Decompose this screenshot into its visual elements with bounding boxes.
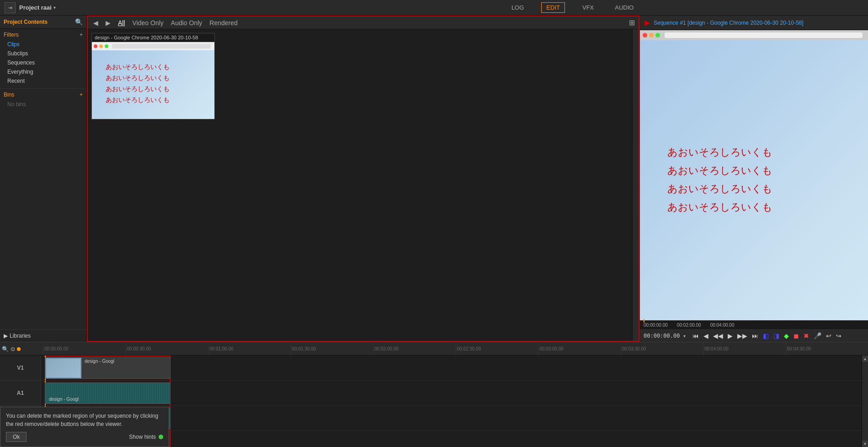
libraries-label: Libraries xyxy=(10,333,31,339)
seq-title: Sequence #1 [design - Google Chrome 2020… xyxy=(654,20,804,26)
hints-status-dot xyxy=(159,435,163,439)
ctrl-skip-start[interactable]: ⏮ xyxy=(691,332,700,340)
browser-panel: ◀ ▶ All Video Only Audio Only Rendered ⊞… xyxy=(87,16,639,342)
ctrl-back[interactable]: ◀◀ xyxy=(712,332,724,340)
hint-bar: You can delete the marked region of your… xyxy=(0,407,169,447)
browser-scrollbar[interactable] xyxy=(632,29,639,341)
jp-line-4: あおいそろしろいくも xyxy=(106,96,201,104)
ruler-mark-8: 00:04:00.00 xyxy=(703,343,786,355)
nav-back-button[interactable]: ◀ xyxy=(91,19,100,27)
timeline-ruler: 🔍 ⊙ 00:00:00.00 00:00:30.00 00:01:00.00 … xyxy=(0,343,868,355)
scroll-down-btn[interactable]: ▼ xyxy=(862,441,868,447)
filter-subclips[interactable]: Subclips xyxy=(4,49,83,58)
ctrl-play[interactable]: ▶ xyxy=(726,332,734,340)
ctrl-redo[interactable]: ↪ xyxy=(835,332,843,340)
ctrl-marker-in[interactable]: ◧ xyxy=(761,332,770,340)
nav-audio[interactable]: AUDIO xyxy=(611,2,637,13)
ruler-icons: 🔍 ⊙ xyxy=(2,346,21,352)
ctrl-fwd[interactable]: ▶▶ xyxy=(736,332,749,340)
ctrl-undo[interactable]: ↩ xyxy=(825,332,833,340)
libraries-title[interactable]: ▶ Libraries xyxy=(4,333,83,339)
nav-edit[interactable]: EDIT xyxy=(541,2,565,13)
ok-button[interactable]: Ok xyxy=(6,432,27,442)
add-bin-icon[interactable]: + xyxy=(80,92,83,98)
hint-text: You can delete the marked region of your… xyxy=(6,412,163,428)
seq-dropdown-icon[interactable]: ▾ xyxy=(683,334,686,339)
clip-item[interactable]: design - Google Chrome 2020-06-30 20-10-… xyxy=(91,33,215,119)
tab-video-only[interactable]: Video Only xyxy=(131,19,165,27)
seq-jp-line-2: あおいそろしろいくも xyxy=(667,164,841,178)
libraries-chevron: ▶ xyxy=(4,333,8,339)
main-layout: Project Contents 🔍 Filters + Clips Subcl… xyxy=(0,16,868,342)
video-clip-block[interactable]: あおいそろしろいくも あおいそろしろいくも design - Googl xyxy=(45,357,170,379)
seq-jp-line-3: あおいそろしろいくも xyxy=(667,182,841,196)
track-label-a1: A1 xyxy=(0,381,41,406)
app-logo: ⇥ xyxy=(5,2,16,13)
seq-jp-line-4: あおいそろしろいくも xyxy=(667,200,841,214)
libraries-section: ▶ Libraries xyxy=(0,329,86,342)
seq-timeline-bar: 00:00:00.00 00:02:00.00 00:04:00.00 xyxy=(640,320,868,329)
project-dropdown-icon[interactable]: ▾ xyxy=(53,5,56,10)
hint-footer: Ok Show hints xyxy=(6,432,163,442)
show-hints-label: Show hints xyxy=(129,434,156,440)
magnet-icon[interactable]: ⊙ xyxy=(11,346,15,352)
track-row-a1: design - Googl xyxy=(41,381,862,406)
playhead-marker xyxy=(17,347,21,351)
sequence-viewer: ▶ Sequence #1 [design - Google Chrome 20… xyxy=(639,16,868,342)
project-name: Project raai xyxy=(19,4,52,11)
ruler-mark-7: 00:03:30.00 xyxy=(621,343,703,355)
zoom-icon[interactable]: 🔍 xyxy=(2,346,9,352)
search-icon[interactable]: 🔍 xyxy=(75,18,83,26)
video-clip-label: design - Googl xyxy=(83,358,170,365)
timeline-scrollbar[interactable]: ▲ ▼ xyxy=(862,355,868,447)
ctrl-delete-red[interactable]: ✖ xyxy=(802,332,810,340)
add-filter-icon[interactable]: + xyxy=(80,32,83,38)
ctrl-skip-end[interactable]: ⏭ xyxy=(751,332,760,340)
ctrl-mark-green[interactable]: ◆ xyxy=(783,332,790,340)
ruler-mark-9: 00:04:30.00 xyxy=(786,343,868,355)
top-nav: LOG EDIT VFX AUDIO xyxy=(508,2,638,13)
clip-thumbnail: あおいそろしろいくも あおいそろしろいくも あおいそろしろいくも あおいそろしろ… xyxy=(91,42,215,119)
top-bar: ⇥ Project raai ▾ LOG EDIT VFX AUDIO xyxy=(0,0,868,16)
browser-toolbar: ◀ ▶ All Video Only Audio Only Rendered ⊞ xyxy=(88,16,639,29)
grid-view-icon[interactable]: ⊞ xyxy=(629,18,635,27)
track-label-v1: V1 xyxy=(0,355,41,381)
audio-clip-block-a1[interactable]: design - Googl xyxy=(45,382,170,404)
ctrl-remove-red[interactable]: ◼ xyxy=(792,332,800,340)
seq-preview: あおいそろしろいくも あおいそろしろいくも あおいそろしろいくも あおいそろしろ… xyxy=(640,30,868,320)
clip-header: design - Google Chrome 2020-06-30 20-10-… xyxy=(91,33,215,42)
ruler-marks: 00:00:00.00 00:00:30.00 00:01:00.00 00:0… xyxy=(43,343,868,355)
tab-audio-only[interactable]: Audio Only xyxy=(169,19,204,27)
filter-clips[interactable]: Clips xyxy=(4,40,83,49)
filter-recent[interactable]: Recent xyxy=(4,76,83,86)
filter-everything[interactable]: Everything xyxy=(4,67,83,76)
ctrl-mic[interactable]: 🎤 xyxy=(812,332,823,340)
seq-controls: 00:00:00.00 ▾ ⏮ ◀ ◀◀ ▶ ▶▶ ⏭ ◧ ◨ ◆ ◼ ✖ 🎤 … xyxy=(640,329,868,342)
bins-title: Bins + xyxy=(4,92,83,98)
seq-timecode: 00:00:00.00 xyxy=(644,333,680,339)
ctrl-marker-out[interactable]: ◨ xyxy=(772,332,781,340)
nav-vfx[interactable]: VFX xyxy=(579,2,597,13)
jp-line-3: あおいそろしろいくも xyxy=(106,85,201,93)
tab-all[interactable]: All xyxy=(116,19,127,27)
ruler-mark-0: 00:00:00.00 xyxy=(43,343,126,355)
filter-sequences[interactable]: Sequences xyxy=(4,58,83,67)
show-hints-toggle[interactable]: Show hints xyxy=(129,434,163,440)
panel-header: Project Contents 🔍 xyxy=(0,16,86,29)
filters-section: Filters + Clips Subclips Sequences Every… xyxy=(0,29,86,88)
seq-name-detail: [design - Google Chrome 2020-06-30 20-10… xyxy=(687,20,804,26)
track-row-v1: あおいそろしろいくも あおいそろしろいくも design - Googl xyxy=(41,355,862,381)
nav-log[interactable]: LOG xyxy=(508,2,527,13)
seq-jp-line-1: あおいそろしろいくも xyxy=(667,145,841,159)
scroll-up-btn[interactable]: ▲ xyxy=(862,355,868,362)
left-panel: Project Contents 🔍 Filters + Clips Subcl… xyxy=(0,16,87,342)
ctrl-prev[interactable]: ◀ xyxy=(702,332,710,340)
nav-fwd-button[interactable]: ▶ xyxy=(104,19,112,27)
browser-content: design - Google Chrome 2020-06-30 20-10-… xyxy=(88,29,639,341)
tab-rendered[interactable]: Rendered xyxy=(208,19,240,27)
ruler-mark-6: 00:03:00.00 xyxy=(538,343,621,355)
audio-clip-label-a1: design - Googl xyxy=(47,396,80,403)
jp-line-1: あおいそろしろいくも xyxy=(106,63,201,71)
seq-icon: ▶ xyxy=(644,18,650,27)
ruler-mark-1: 00:00:30.00 xyxy=(126,343,208,355)
